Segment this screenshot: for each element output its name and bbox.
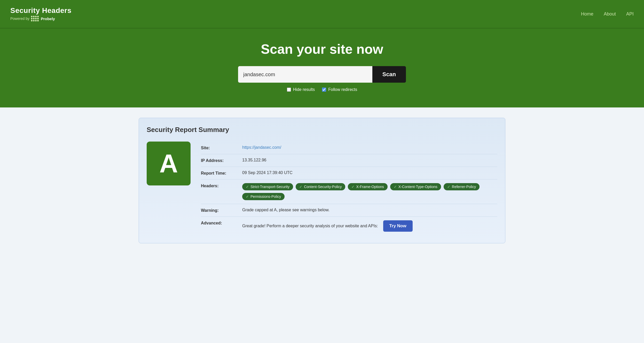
ip-value: 13.35.122.96 [242,158,497,162]
grade-box: A [147,142,191,185]
advanced-row: Advanced: Great grade! Perform a deeper … [201,217,497,235]
ip-row: IP Address: 13.35.122.96 [201,154,497,167]
main-content: Security Report Summary A Site: https://… [131,118,513,243]
check-icon: ✓ [351,185,355,189]
nav-about[interactable]: About [604,11,616,17]
powered-by: Powered by Probely [10,16,72,21]
grade-letter: A [159,151,178,176]
hide-results-option[interactable]: Hide results [287,87,315,92]
powered-by-text: Powered by [10,17,29,21]
site-row: Site: https://jandasec.com/ [201,142,497,154]
warning-value: Grade capped at A, please see warnings b… [242,208,497,212]
report-body: A Site: https://jandasec.com/ IP Address… [147,142,497,235]
advanced-value: Great grade! Perform a deeper security a… [242,224,378,228]
hero-title: Scan your site now [5,41,639,57]
header-badge: ✓Referrer-Policy [444,183,480,190]
site-value: https://jandasec.com/ [242,145,497,150]
header-badge: ✓X-Frame-Options [348,183,387,190]
logo-area: Security Headers Powered by Probely [10,6,72,21]
check-icon: ✓ [394,185,397,189]
header-badge: ✓Permissions-Policy [242,193,285,200]
report-time-value: 09 Sep 2024 17:39:40 UTC [242,170,497,175]
report-time-row: Report Time: 09 Sep 2024 17:39:40 UTC [201,167,497,180]
headers-row: Headers: ✓Strict-Transport-Security✓Cont… [201,180,497,204]
hide-results-label: Hide results [293,87,315,92]
headers-badges: ✓Strict-Transport-Security✓Content-Secur… [242,183,497,200]
probely-name: Probely [41,17,55,21]
report-details: Site: https://jandasec.com/ IP Address: … [201,142,497,235]
ip-label: IP Address: [201,158,242,163]
advanced-label: Advanced: [201,220,242,225]
scan-button[interactable]: Scan [372,66,406,83]
hero-section: Scan your site now Scan Hide results Fol… [0,28,644,107]
check-icon: ✓ [447,185,450,189]
header-badge: ✓Content-Security-Policy [296,183,345,190]
top-navigation: Security Headers Powered by Probely Home… [0,0,644,28]
nav-api[interactable]: API [626,11,634,17]
warning-label: Warning: [201,208,242,213]
site-link[interactable]: https://jandasec.com/ [242,145,281,150]
follow-redirects-label: Follow redirects [328,87,357,92]
header-badge: ✓Strict-Transport-Security [242,183,293,190]
probely-dots-icon [31,16,39,21]
check-icon: ✓ [246,185,249,189]
warning-row: Warning: Grade capped at A, please see w… [201,204,497,217]
try-now-button[interactable]: Try Now [383,220,413,232]
nav-links: Home About API [581,11,634,17]
scan-form: Scan [5,66,639,83]
scan-options: Hide results Follow redirects [5,87,639,92]
site-label: Site: [201,145,242,150]
report-section-title: Security Report Summary [147,126,497,134]
headers-label: Headers: [201,183,242,188]
header-badge: ✓X-Content-Type-Options [390,183,441,190]
follow-redirects-checkbox[interactable] [322,88,326,92]
report-time-label: Report Time: [201,170,242,176]
check-icon: ✓ [299,185,302,189]
follow-redirects-option[interactable]: Follow redirects [322,87,357,92]
nav-home[interactable]: Home [581,11,593,17]
check-icon: ✓ [246,194,249,199]
site-title: Security Headers [10,6,72,15]
hide-results-checkbox[interactable] [287,88,291,92]
advanced-content: Great grade! Perform a deeper security a… [242,220,497,232]
report-card: Security Report Summary A Site: https://… [139,118,505,243]
url-input[interactable] [238,66,372,83]
